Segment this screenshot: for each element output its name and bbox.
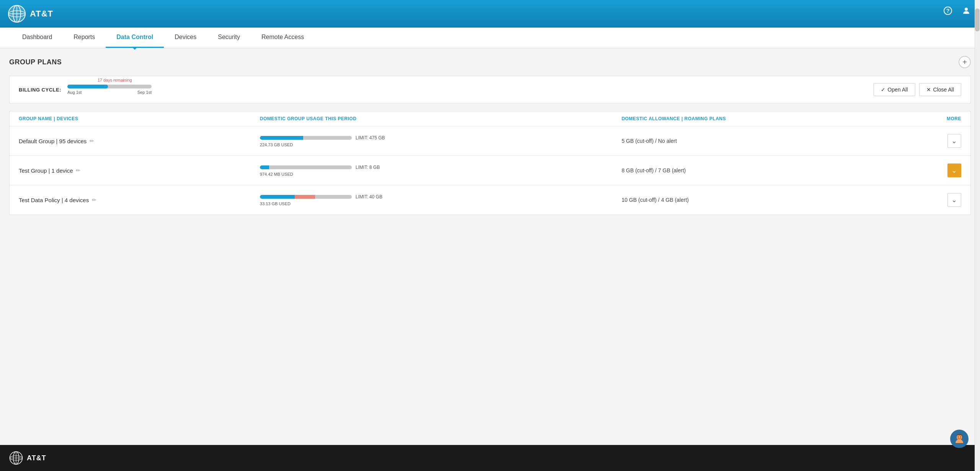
att-globe-icon <box>8 5 26 23</box>
table-header: GROUP NAME | DEVICES DOMESTIC GROUP USAG… <box>10 111 970 126</box>
main-nav: Dashboard Reports Data Control Devices S… <box>0 28 980 48</box>
svg-point-15 <box>958 437 959 438</box>
svg-point-8 <box>965 8 968 11</box>
edit-icon[interactable]: ✏ <box>76 167 80 173</box>
usage-bar-container <box>260 165 352 169</box>
svg-text:?: ? <box>946 8 950 14</box>
chevron-down-icon: ⌄ <box>951 166 957 175</box>
billing-bar-wrap: 17 days remaining Aug 1st Sep 1st <box>67 85 152 95</box>
logo-text: AT&T <box>30 9 53 19</box>
edit-icon[interactable]: ✏ <box>92 197 96 203</box>
usage-limit: LIMIT: 40 GB <box>356 194 382 200</box>
usage-bar-wrap: LIMIT: 8 GB <box>260 165 622 170</box>
billing-dates: Aug 1st Sep 1st <box>67 90 152 95</box>
usage-bar-fill <box>260 165 269 169</box>
expand-button-row1[interactable]: ⌄ <box>947 164 961 177</box>
billing-cycle-row: BILLING CYCLE: 17 days remaining Aug 1st… <box>9 76 971 103</box>
col-header-group-name: GROUP NAME | DEVICES <box>19 116 260 121</box>
x-icon: ✕ <box>926 87 931 93</box>
usage-bar-wrap: LIMIT: 40 GB <box>260 194 622 200</box>
usage-cell: LIMIT: 40 GB 33.13 GB USED <box>260 194 622 206</box>
usage-bar-wrap: LIMIT: 475 GB <box>260 135 622 141</box>
usage-bar-fill <box>260 195 295 199</box>
section-header: GROUP PLANS + <box>9 56 971 68</box>
nav-item-dashboard[interactable]: Dashboard <box>11 28 63 48</box>
main-content: GROUP PLANS + BILLING CYCLE: 17 days rem… <box>0 48 980 445</box>
nav-item-reports[interactable]: Reports <box>63 28 106 48</box>
footer-globe-icon <box>9 451 23 465</box>
scrollbar[interactable] <box>975 0 980 471</box>
billing-left: BILLING CYCLE: 17 days remaining Aug 1st… <box>19 85 152 95</box>
billing-remaining-label: 17 days remaining <box>98 78 132 82</box>
usage-amount: 974.42 MB USED <box>260 172 622 177</box>
table-row: Test Data Policy | 4 devices ✏ LIMIT: 40… <box>10 185 970 214</box>
allowance-cell: 10 GB (cut-off) / 4 GB (alert) <box>622 197 923 203</box>
group-name-text: Test Group | 1 device <box>19 167 73 174</box>
allowance-cell: 8 GB (cut-off) / 7 GB (alert) <box>622 167 923 173</box>
billing-end-date: Sep 1st <box>137 90 152 95</box>
allowance-cell: 5 GB (cut-off) / No alert <box>622 138 923 144</box>
group-name-cell: Default Group | 95 devices ✏ <box>19 138 260 144</box>
chevron-down-icon: ⌄ <box>951 196 957 204</box>
col-header-more: MORE <box>923 116 961 121</box>
open-all-button[interactable]: ✓ Open All <box>874 83 915 96</box>
usage-limit: LIMIT: 475 GB <box>356 135 385 141</box>
nav-item-security[interactable]: Security <box>207 28 251 48</box>
scrollbar-thumb[interactable] <box>975 8 980 31</box>
add-group-button[interactable]: + <box>959 56 971 68</box>
nav-item-devices[interactable]: Devices <box>164 28 207 48</box>
col-header-usage: DOMESTIC GROUP USAGE THIS PERIOD <box>260 116 622 121</box>
group-name-cell: Test Group | 1 device ✏ <box>19 167 260 174</box>
group-name-text: Test Data Policy | 4 devices <box>19 197 89 203</box>
usage-bar-fill <box>260 136 303 140</box>
table-row: Default Group | 95 devices ✏ LIMIT: 475 … <box>10 126 970 156</box>
billing-cycle-label: BILLING CYCLE: <box>19 87 61 93</box>
usage-cell: LIMIT: 8 GB 974.42 MB USED <box>260 165 622 177</box>
help-button[interactable]: ? <box>942 5 954 17</box>
usage-cell: LIMIT: 475 GB 224.73 GB USED <box>260 135 622 147</box>
section-title: GROUP PLANS <box>9 58 62 66</box>
nav-item-data-control[interactable]: Data Control <box>106 28 164 48</box>
user-button[interactable] <box>960 5 972 17</box>
app-footer: AT&T <box>0 445 980 471</box>
nav-item-remote-access[interactable]: Remote Access <box>251 28 315 48</box>
footer-logo: AT&T <box>9 451 46 465</box>
app-header: AT&T ? <box>0 0 980 28</box>
billing-bar-fill <box>67 85 108 88</box>
usage-bar-container <box>260 195 352 199</box>
expand-button-row2[interactable]: ⌄ <box>947 193 961 207</box>
usage-bar-container <box>260 136 352 140</box>
edit-icon[interactable]: ✏ <box>90 138 94 144</box>
group-plans-table: GROUP NAME | DEVICES DOMESTIC GROUP USAG… <box>9 111 971 215</box>
usage-amount: 33.13 GB USED <box>260 201 622 206</box>
close-all-button[interactable]: ✕ Close All <box>919 83 961 96</box>
checkmark-icon: ✓ <box>881 87 885 93</box>
expand-button-row0[interactable]: ⌄ <box>947 134 961 148</box>
usage-limit: LIMIT: 8 GB <box>356 165 380 170</box>
chevron-down-icon: ⌄ <box>951 137 957 145</box>
logo-area: AT&T <box>8 5 84 23</box>
billing-actions: ✓ Open All ✕ Close All <box>874 83 961 96</box>
group-name-cell: Test Data Policy | 4 devices ✏ <box>19 197 260 203</box>
col-header-allowance: DOMESTIC ALLOWANCE | ROAMING PLANS <box>622 116 923 121</box>
close-all-label: Close All <box>933 87 954 93</box>
open-all-label: Open All <box>888 87 908 93</box>
avatar-icon <box>954 433 965 445</box>
billing-start-date: Aug 1st <box>67 90 82 95</box>
usage-bar-fill-alert <box>295 195 315 199</box>
chat-avatar-button[interactable] <box>950 430 969 448</box>
footer-logo-text: AT&T <box>27 454 46 462</box>
table-row: Test Group | 1 device ✏ LIMIT: 8 GB 974.… <box>10 156 970 185</box>
group-name-text: Default Group | 95 devices <box>19 138 87 144</box>
billing-progress-bar: 17 days remaining <box>67 85 152 88</box>
header-icons: ? <box>942 5 972 17</box>
svg-point-16 <box>960 437 961 438</box>
usage-amount: 224.73 GB USED <box>260 142 622 147</box>
